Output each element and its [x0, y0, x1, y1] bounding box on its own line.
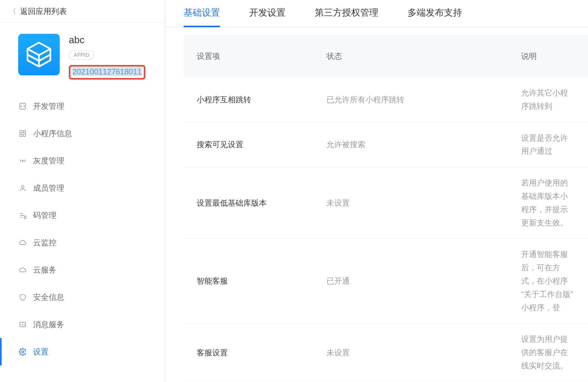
app-logo-icon	[18, 34, 60, 75]
sidebar-item-label: 小程序信息	[33, 128, 72, 139]
cell-desc: 允许其它小程序跳转到	[521, 77, 575, 122]
app-header: abc APPID 2021001127618011	[0, 23, 165, 87]
sidebar-item-cloud-service[interactable]: 云服务	[0, 256, 165, 284]
th-description: 说明	[521, 51, 575, 61]
grid-icon	[18, 129, 27, 138]
cell-status: 已允许所有小程序跳转	[326, 95, 521, 105]
cell-desc: 若用户使用的基础库版本小程序，并提示更新支生效。	[521, 167, 575, 238]
chart-icon	[18, 320, 27, 329]
th-status: 状态	[326, 51, 521, 61]
code-icon	[18, 102, 27, 111]
tab-basic-settings[interactable]: 基础设置	[184, 6, 220, 27]
sidebar: 〈 返回应用列表 abc APPID 2021001127618011 开发管理	[0, 0, 165, 382]
svg-point-10	[22, 351, 24, 353]
user-icon	[18, 184, 27, 193]
sidebar-item-cloud-monitor[interactable]: 云监控	[0, 229, 165, 256]
cell-setting: 智能客服	[197, 276, 326, 286]
gear-icon	[18, 347, 27, 356]
back-to-app-list[interactable]: 〈 返回应用列表	[0, 0, 165, 23]
cell-status: 未设置	[326, 348, 521, 358]
cell-desc: 设置为用户提供的客服户在线实时交流。	[521, 324, 575, 381]
sidebar-item-label: 云服务	[33, 265, 56, 275]
cell-setting: 客服设置	[197, 348, 326, 358]
cell-status: 允许被搜索	[326, 139, 521, 150]
sidebar-item-code-manage[interactable]: 码管理	[0, 202, 165, 229]
appid-badge: APPID	[69, 51, 94, 60]
svg-rect-8	[24, 216, 26, 219]
sidebar-item-label: 成员管理	[33, 183, 64, 193]
sidebar-item-message-service[interactable]: 消息服务	[0, 311, 165, 338]
svg-rect-4	[20, 134, 22, 136]
svg-rect-3	[23, 131, 26, 133]
svg-point-7	[21, 185, 24, 188]
th-setting-item: 设置项	[197, 51, 326, 61]
sidebar-item-dev-manage[interactable]: 开发管理	[0, 93, 165, 120]
tab-third-party-auth[interactable]: 第三方授权管理	[315, 6, 378, 27]
svg-point-6	[22, 160, 23, 161]
sidebar-item-label: 灰度管理	[33, 156, 64, 166]
appid-value[interactable]: 2021001127618011	[72, 67, 142, 76]
tab-dev-settings[interactable]: 开发设置	[249, 6, 286, 27]
svg-rect-5	[23, 134, 26, 136]
table-row[interactable]: 客服设置 未设置 设置为用户提供的客服户在线实时交流。	[184, 324, 588, 382]
cell-status: 已开通	[326, 276, 521, 286]
cell-setting: 小程序互相跳转	[197, 95, 326, 105]
shield-icon	[18, 293, 27, 302]
cloud-icon	[18, 238, 27, 247]
chevron-left-icon: 〈	[9, 6, 16, 16]
tab-multi-end-publish[interactable]: 多端发布支持	[408, 6, 462, 27]
table-row[interactable]: 小程序互相跳转 已允许所有小程序跳转 允许其它小程序跳转到	[184, 77, 588, 122]
tabs: 基础设置 开发设置 第三方授权管理 多端发布支持	[165, 0, 588, 27]
sidebar-item-member-manage[interactable]: 成员管理	[0, 174, 165, 202]
main-content: 基础设置 开发设置 第三方授权管理 多端发布支持 设置项 状态 说明 小程序互相…	[165, 0, 588, 382]
cell-desc: 开通智能客服后，可在方式，在小程序“关于工作台版”小程序，登	[521, 239, 575, 323]
svg-rect-2	[20, 131, 22, 133]
app-name: abc	[69, 34, 145, 45]
table-row[interactable]: 搜索可见设置 允许被搜索 设置是否允许用户通过	[184, 122, 588, 168]
sidebar-item-gray-manage[interactable]: 灰度管理	[0, 147, 165, 174]
sidebar-item-label: 设置	[33, 347, 49, 357]
table-row[interactable]: 智能客服 已开通 开通智能客服后，可在方式，在小程序“关于工作台版”小程序，登	[184, 239, 588, 324]
appid-highlight-box: 2021001127618011	[69, 65, 145, 80]
table-body: 小程序互相跳转 已允许所有小程序跳转 允许其它小程序跳转到 搜索可见设置 允许被…	[184, 77, 588, 382]
sidebar-item-label: 开发管理	[33, 101, 64, 111]
sidebar-item-label: 消息服务	[33, 319, 64, 330]
sidebar-item-label: 安全信息	[33, 292, 64, 302]
cloud-icon	[18, 265, 27, 274]
sidebar-nav: 开发管理 小程序信息 灰度管理 成员管理 码管理	[0, 87, 165, 365]
cell-desc: 设置是否允许用户通过	[521, 122, 575, 167]
cell-setting: 搜索可见设置	[197, 139, 326, 150]
sidebar-item-label: 码管理	[33, 210, 56, 221]
table-row[interactable]: 设置最低基础库版本 未设置 若用户使用的基础库版本小程序，并提示更新支生效。	[184, 167, 588, 239]
sidebar-item-miniapp-info[interactable]: 小程序信息	[0, 120, 165, 147]
sidebar-item-label: 云监控	[33, 237, 56, 248]
broadcast-icon	[18, 156, 27, 165]
back-label: 返回应用列表	[20, 6, 67, 17]
qr-icon	[18, 211, 27, 220]
cell-setting: 设置最低基础库版本	[197, 198, 326, 208]
sidebar-item-security[interactable]: 安全信息	[0, 284, 165, 311]
sidebar-item-settings[interactable]: 设置	[0, 338, 165, 365]
table-header: 设置项 状态 说明	[184, 35, 588, 77]
cell-status: 未设置	[326, 198, 521, 208]
